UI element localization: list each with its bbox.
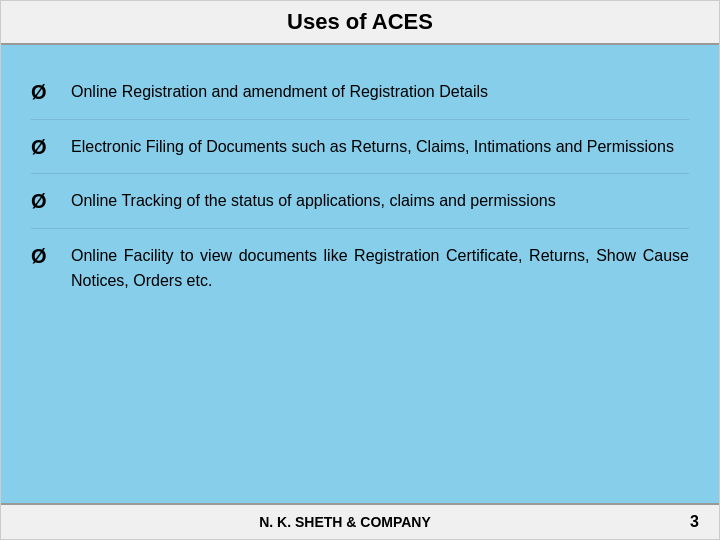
bullet-text: Electronic Filing of Documents such as R… bbox=[71, 134, 689, 160]
bullet-item: ØOnline Tracking of the status of applic… bbox=[31, 174, 689, 229]
content-area: ØOnline Registration and amendment of Re… bbox=[1, 45, 719, 503]
bullet-symbol: Ø bbox=[31, 245, 51, 268]
slide-container: Uses of ACES ØOnline Registration and am… bbox=[0, 0, 720, 540]
bullet-item: ØOnline Facility to view documents like … bbox=[31, 229, 689, 308]
title-bar: Uses of ACES bbox=[1, 1, 719, 45]
footer-page: 3 bbox=[669, 513, 699, 531]
slide-title: Uses of ACES bbox=[287, 9, 433, 34]
bullet-symbol: Ø bbox=[31, 190, 51, 213]
bullet-symbol: Ø bbox=[31, 136, 51, 159]
bullet-symbol: Ø bbox=[31, 81, 51, 104]
bullet-text: Online Facility to view documents like R… bbox=[71, 243, 689, 294]
bullet-text: Online Tracking of the status of applica… bbox=[71, 188, 689, 214]
bullet-text: Online Registration and amendment of Reg… bbox=[71, 79, 689, 105]
footer-company: N. K. SHETH & COMPANY bbox=[21, 514, 669, 530]
bullet-item: ØOnline Registration and amendment of Re… bbox=[31, 65, 689, 120]
bullet-item: ØElectronic Filing of Documents such as … bbox=[31, 120, 689, 175]
footer-bar: N. K. SHETH & COMPANY 3 bbox=[1, 503, 719, 539]
